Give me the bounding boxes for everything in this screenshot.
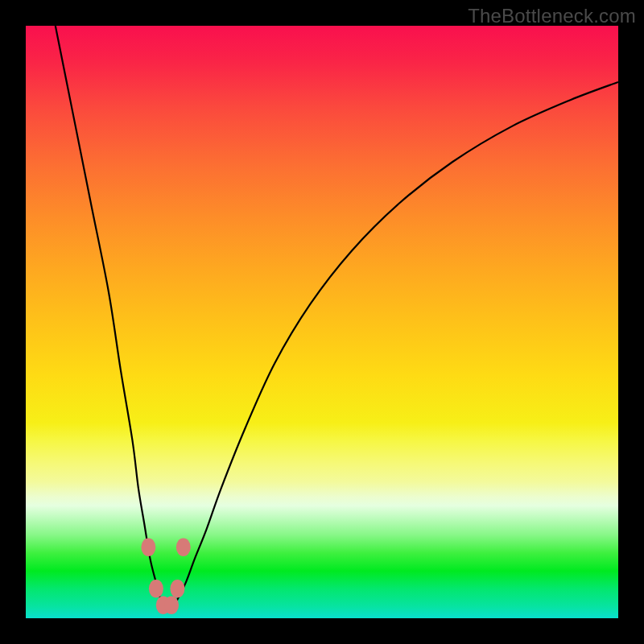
plot-area — [26, 26, 618, 618]
chart-frame: TheBottleneck.com — [0, 0, 644, 644]
marker-dot — [170, 580, 184, 598]
marker-dot — [156, 597, 171, 615]
curve-svg — [26, 26, 618, 618]
marker-dot — [164, 597, 179, 615]
watermark-text: TheBottleneck.com — [468, 5, 636, 27]
markers — [141, 538, 190, 614]
bottleneck-curve — [56, 26, 618, 610]
marker-dot — [176, 538, 191, 556]
marker-dot — [149, 580, 163, 598]
marker-dot — [141, 538, 155, 556]
